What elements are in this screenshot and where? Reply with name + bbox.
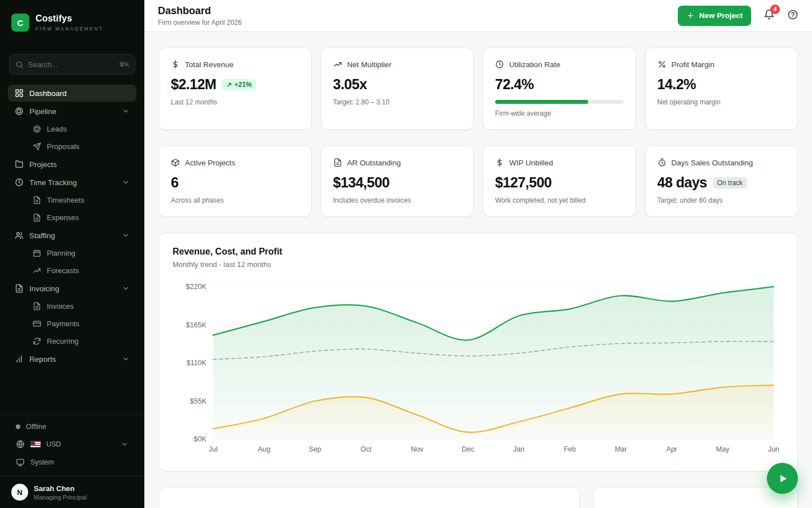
globe-icon [16, 440, 25, 449]
sidebar-item-invoicing[interactable]: Invoicing [8, 280, 136, 297]
sidebar-item-proposals[interactable]: Proposals [26, 138, 136, 155]
credit-card-icon [33, 319, 41, 328]
sidebar-item-payments[interactable]: Payments [26, 316, 136, 332]
search-icon [15, 60, 24, 69]
svg-text:Sep: Sep [309, 445, 321, 453]
bottom-cards [158, 487, 798, 508]
kpi-label: WIP Unbilled [509, 159, 553, 167]
kpi-value: $127,500 [495, 174, 551, 191]
chevron-down-icon [121, 440, 129, 448]
sidebar-item-label: Staffing [29, 231, 55, 240]
kpi-card-days-sales-outstanding: Days Sales Outstanding 48 days On track … [645, 146, 798, 217]
brand-name: Costifys [36, 14, 103, 24]
sidebar-item-timesheets[interactable]: Timesheets [26, 192, 136, 208]
kpi-subtext: Work completed, not yet billed [495, 196, 624, 204]
chart-subtitle: Monthly trend - last 12 months [173, 260, 784, 269]
help-icon [787, 9, 798, 20]
sidebar-item-forecasts[interactable]: Forecasts [26, 262, 136, 279]
sidebar-item-projects[interactable]: Projects [8, 156, 136, 173]
brand-tagline: FIRM MANAGEMENT [36, 26, 103, 32]
trend-badge: ↗ +21% [222, 79, 256, 90]
svg-text:Jul: Jul [209, 445, 218, 453]
user-role: Managing Principal [34, 494, 87, 501]
kpi-subtext: Includes overdue invoices [333, 196, 462, 204]
kpi-subtext: Across all phases [171, 196, 299, 204]
us-flag-icon [30, 441, 41, 448]
sidebar-item-label: Recurring [47, 337, 78, 345]
sidebar-search[interactable]: ⌘K [9, 54, 135, 75]
sidebar-item-label: Planning [47, 249, 76, 257]
status-label: Offline [26, 423, 46, 431]
bottom-card-left [158, 487, 580, 508]
sidebar-item-leads[interactable]: Leads [26, 121, 136, 137]
theme-label: System [30, 458, 54, 466]
folder-icon [15, 160, 24, 169]
kpi-subtext: Firm-wide average [495, 110, 624, 117]
offline-status: Offline [0, 418, 144, 435]
target-icon [33, 125, 41, 133]
kpi-card-profit-margin: Profit Margin 14.2% Net operating margin [645, 47, 798, 130]
monitor-icon [16, 458, 25, 467]
sidebar-item-reports[interactable]: Reports [8, 351, 136, 367]
sidebar-item-label: Reports [29, 355, 56, 364]
new-project-button[interactable]: New Project [678, 6, 751, 26]
kpi-label: Profit Margin [672, 60, 715, 69]
utilization-progress-fill [495, 100, 588, 104]
kpi-value: $2.12M [171, 76, 216, 93]
sidebar-item-label: Projects [29, 160, 57, 169]
sidebar-item-pipeline[interactable]: Pipeline [8, 103, 136, 120]
sidebar-item-dashboard[interactable]: Dashboard [8, 85, 136, 102]
sidebar-item-label: Dashboard [29, 89, 67, 98]
sidebar-item-label: Timesheets [47, 196, 85, 204]
revenue-cost-profit-chart: $0K$55K$110K$165K$220KJulAugSepOctNovDec… [173, 279, 784, 457]
svg-text:$110K: $110K [187, 359, 207, 367]
page-title: Dashboard [158, 5, 242, 17]
sidebar-item-staffing[interactable]: Staffing [8, 227, 136, 244]
sidebar-item-recurring[interactable]: Recurring [26, 333, 136, 349]
avatar: N [11, 484, 28, 501]
sidebar-item-time-tracking[interactable]: Time Tracking [8, 174, 136, 191]
sidebar-item-label: Forecasts [47, 266, 79, 275]
page-subtitle: Firm overview for April 2026 [158, 19, 242, 27]
main-area: Dashboard Firm overview for April 2026 N… [144, 0, 812, 508]
kpi-value: 6 [171, 174, 178, 191]
user-menu[interactable]: N Sarah Chen Managing Principal [0, 476, 144, 508]
bottom-card-right [593, 487, 798, 508]
sidebar-item-label: Pipeline [29, 107, 56, 116]
sidebar-item-label: Proposals [47, 142, 80, 151]
status-dot-icon [16, 424, 20, 429]
new-project-label: New Project [699, 11, 743, 20]
revenue-chart-card: Revenue, Cost, and Profit Monthly trend … [158, 233, 798, 471]
kpi-label: Days Sales Outstanding [672, 159, 753, 167]
help-button[interactable] [787, 9, 798, 23]
sidebar-item-label: Leads [47, 125, 67, 133]
kpi-subtext: Target: under 60 days [657, 196, 786, 204]
target-icon [15, 107, 24, 116]
sidebar-item-planning[interactable]: Planning [26, 245, 136, 261]
user-name: Sarah Chen [34, 484, 87, 493]
trend-badge-value: +21% [234, 81, 251, 89]
kpi-card-net-multiplier: Net Multiplier 3.05x Target: 2.80 – 3.10 [321, 47, 474, 130]
sidebar-item-expenses[interactable]: Expenses [26, 209, 136, 226]
currency-selector[interactable]: USD [0, 435, 144, 453]
svg-text:Jan: Jan [513, 445, 524, 453]
bar-chart-icon [15, 354, 24, 364]
search-input[interactable] [28, 60, 102, 69]
sidebar-item-invoices[interactable]: Invoices [26, 298, 136, 314]
chevron-down-icon [122, 284, 130, 292]
kpi-label: Utilization Rate [509, 60, 561, 69]
svg-text:Nov: Nov [411, 445, 423, 453]
notifications-button[interactable]: 4 [764, 9, 775, 23]
assistant-play-button[interactable] [767, 463, 798, 494]
brand-logo: C [11, 14, 29, 32]
kpi-value: 72.4% [495, 76, 533, 93]
theme-selector[interactable]: System [0, 453, 144, 471]
svg-text:Dec: Dec [462, 445, 474, 453]
trend-up-icon: ↗ [226, 81, 232, 89]
kpi-card-total-revenue: Total Revenue $2.12M ↗ +21% Last 12 mont… [158, 47, 312, 130]
users-icon [15, 231, 24, 240]
plus-icon [686, 11, 695, 20]
clock-icon [15, 178, 24, 187]
grid-icon [15, 89, 24, 98]
kpi-card-ar-outstanding: AR Outstanding $134,500 Includes overdue… [321, 146, 474, 217]
